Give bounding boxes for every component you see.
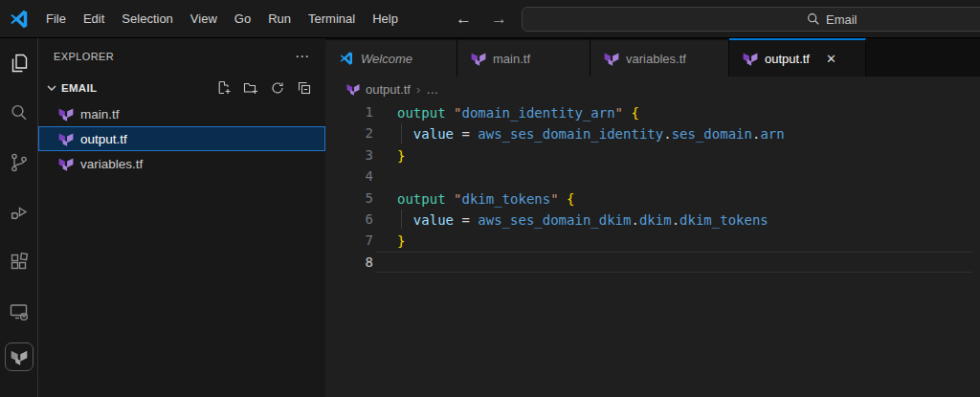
line-number: 2 — [325, 122, 373, 143]
folder-name: EMAIL — [61, 82, 216, 94]
menu-view[interactable]: View — [182, 0, 226, 38]
title-bar: File Edit Selection View Go Run Terminal… — [0, 0, 980, 38]
line-content[interactable] — [376, 252, 972, 273]
run-debug-icon[interactable] — [0, 187, 37, 237]
code-line[interactable]: 5output "dkim_tokens" { — [325, 187, 980, 209]
explorer-title: EXPLORER — [54, 51, 295, 62]
indent-guide — [401, 123, 402, 143]
terraform-frame — [5, 342, 33, 371]
menu-file[interactable]: File — [37, 0, 75, 38]
explorer-icon[interactable] — [0, 38, 37, 88]
tab-main-tf[interactable]: main.tf — [457, 38, 590, 77]
collapse-all-icon[interactable] — [297, 80, 312, 96]
line-content[interactable] — [376, 165, 972, 187]
line-number: 6 — [325, 209, 373, 230]
menu-terminal[interactable]: Terminal — [300, 0, 364, 38]
code-line[interactable]: 6 value = aws_ses_domain_dkim.dkim.dkim_… — [325, 209, 980, 230]
back-arrow-icon[interactable]: ← — [456, 10, 472, 29]
line-content[interactable]: } — [376, 230, 972, 251]
terraform-view-icon[interactable] — [0, 337, 37, 379]
terraform-file-icon — [58, 131, 74, 146]
file-name: main.tf — [80, 107, 120, 121]
file-row-main-tf[interactable]: main.tf — [38, 101, 325, 126]
menu-bar: File Edit Selection View Go Run Terminal… — [37, 0, 407, 38]
tab-label: main.tf — [493, 52, 530, 66]
explorer-header: EXPLORER ⋯ — [38, 38, 325, 75]
vscode-logo-icon — [9, 9, 30, 30]
line-number: 7 — [325, 230, 373, 251]
menu-help[interactable]: Help — [364, 0, 407, 38]
tab-output-tf[interactable]: output.tf ✕ — [729, 38, 866, 77]
tab-bar: Welcome main.tf variables.tf output.tf ✕ — [325, 38, 980, 77]
terraform-file-icon — [58, 156, 74, 171]
breadcrumb-file[interactable]: output.tf — [366, 82, 411, 97]
chevron-down-icon — [44, 80, 59, 96]
line-content[interactable]: value = aws_ses_domain_identity.ses_doma… — [376, 122, 972, 143]
command-center-search[interactable]: Email — [522, 7, 980, 32]
extensions-icon[interactable] — [0, 237, 37, 287]
search-view-icon[interactable] — [0, 88, 37, 138]
new-file-icon[interactable] — [216, 80, 232, 96]
menu-selection[interactable]: Selection — [113, 0, 181, 38]
vscode-window: File Edit Selection View Go Run Terminal… — [0, 0, 980, 397]
file-name: output.tf — [80, 132, 127, 146]
search-icon — [807, 12, 820, 26]
tab-variables-tf[interactable]: variables.tf — [590, 38, 729, 77]
line-content[interactable]: } — [376, 144, 972, 165]
code-line[interactable]: 7} — [325, 230, 980, 251]
menu-edit[interactable]: Edit — [75, 0, 113, 38]
code-line[interactable]: 2 value = aws_ses_domain_identity.ses_do… — [325, 122, 980, 143]
breadcrumb[interactable]: output.tf › … — [325, 77, 980, 101]
search-placeholder: Email — [826, 12, 858, 27]
new-folder-icon[interactable] — [243, 80, 258, 96]
line-number: 3 — [325, 144, 373, 165]
code-line[interactable]: 3} — [325, 144, 980, 165]
terraform-icon — [471, 51, 486, 66]
line-content[interactable]: output "dkim_tokens" { — [376, 187, 972, 209]
explorer-actions — [216, 80, 312, 96]
history-nav: ← → — [456, 0, 507, 38]
line-number: 5 — [325, 187, 373, 209]
explorer-more-icon[interactable]: ⋯ — [295, 48, 310, 65]
close-icon[interactable]: ✕ — [826, 52, 836, 66]
breadcrumb-more[interactable]: … — [426, 82, 438, 97]
source-control-icon[interactable] — [0, 138, 37, 187]
code-lines[interactable]: 1output "domain_identity_arn" {2 value =… — [325, 101, 980, 397]
line-number: 4 — [325, 165, 373, 187]
folder-section-email[interactable]: EMAIL — [38, 75, 325, 101]
remote-explorer-icon[interactable] — [0, 287, 37, 337]
menu-run[interactable]: Run — [259, 0, 300, 38]
file-row-output-tf[interactable]: output.tf — [38, 126, 325, 151]
line-content[interactable]: value = aws_ses_domain_dkim.dkim.dkim_to… — [376, 209, 972, 230]
terraform-icon — [743, 51, 758, 66]
line-content[interactable]: output "domain_identity_arn" { — [376, 101, 972, 122]
code-line[interactable]: 8 — [325, 252, 980, 273]
tab-label: variables.tf — [626, 52, 686, 66]
activity-bar — [0, 38, 38, 397]
line-number: 8 — [325, 252, 373, 273]
explorer-sidebar: EXPLORER ⋯ EMAIL — [38, 38, 325, 397]
refresh-icon[interactable] — [270, 80, 285, 96]
forward-arrow-icon[interactable]: → — [491, 10, 507, 29]
tab-label: output.tf — [765, 52, 810, 66]
menu-go[interactable]: Go — [226, 0, 259, 38]
tab-label: Welcome — [361, 52, 412, 66]
indent-guide — [401, 210, 402, 229]
breadcrumb-separator-icon: › — [416, 82, 420, 97]
terraform-file-icon — [58, 106, 74, 121]
search-content: Email — [807, 8, 858, 31]
code-line[interactable]: 1output "domain_identity_arn" { — [325, 101, 980, 122]
file-row-variables-tf[interactable]: variables.tf — [38, 151, 325, 176]
terraform-icon — [604, 51, 619, 66]
terraform-icon — [346, 82, 360, 96]
code-line[interactable]: 4 — [325, 165, 980, 187]
file-name: variables.tf — [80, 157, 143, 171]
line-number: 1 — [325, 101, 373, 122]
vscode-icon — [339, 51, 354, 66]
editor-group: Welcome main.tf variables.tf output.tf ✕… — [325, 38, 980, 397]
tab-welcome[interactable]: Welcome — [325, 38, 457, 77]
